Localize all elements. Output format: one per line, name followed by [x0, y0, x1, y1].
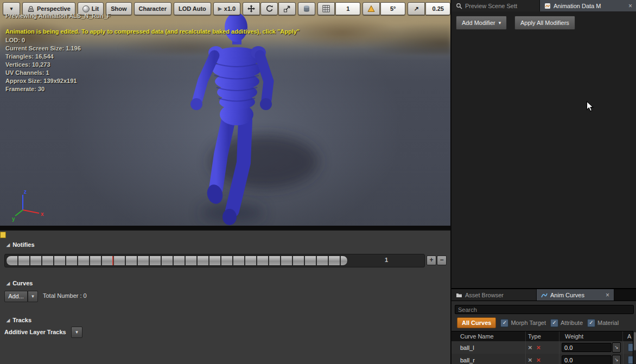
- playhead[interactable]: [112, 256, 113, 265]
- tab-preview-scene-settings[interactable]: Preview Scene Sett: [451, 0, 540, 11]
- scale-snap-icon: ↗: [414, 5, 419, 12]
- header-type: Type: [525, 331, 559, 341]
- viewport-options-button[interactable]: ▾: [3, 2, 20, 15]
- notifies-label: Notifies: [12, 241, 34, 248]
- tracks-section-header[interactable]: ◢ Tracks: [7, 317, 31, 323]
- material-disabled-icon[interactable]: ×: [537, 343, 541, 352]
- curve-filter-row: All Curves ✓ Morph Target ✓ Attribute ✓ …: [457, 317, 633, 328]
- right-top-tabbar: Preview Scene Sett Animation Data M ×: [451, 0, 636, 12]
- grid-snap-value-button[interactable]: 1: [335, 2, 360, 15]
- table-scrollbar[interactable]: [633, 331, 636, 364]
- rotate-icon: [265, 5, 273, 12]
- weight-expand-button[interactable]: ↘: [612, 355, 621, 364]
- morph-target-checkbox[interactable]: ✓: [500, 319, 508, 327]
- close-tab-icon[interactable]: ×: [625, 3, 632, 9]
- plus-icon: +: [429, 256, 433, 264]
- angle-snap-value-button[interactable]: 5°: [380, 2, 405, 15]
- curves-label: Curves: [12, 280, 33, 286]
- notify-track[interactable]: [6, 256, 348, 266]
- weight-spinbox[interactable]: 0.0: [562, 343, 612, 352]
- curve-row-ball-l[interactable]: ball_l × × 0.0 ↘: [451, 341, 636, 354]
- timeline-panel: ◢ Notifies 1 + − ◢ Curves Add... ▾ Total…: [0, 229, 450, 364]
- tab-asset-browser[interactable]: Asset Browser: [451, 289, 537, 301]
- show-menu-button[interactable]: Show: [106, 2, 131, 15]
- lod-label: LOD Auto: [179, 5, 206, 12]
- viewport-letterbox: [0, 226, 450, 229]
- viewport-3d[interactable]: ▾ Perspective Lit Show Character LOD Aut…: [0, 0, 450, 229]
- weight-expand-button[interactable]: ↘: [612, 342, 621, 353]
- tab-anim-curves[interactable]: Anim Curves ×: [537, 289, 614, 301]
- tab-preview-scene-label: Preview Scene Sett: [465, 3, 517, 9]
- playback-speed-button[interactable]: ▶ x1.0: [213, 2, 240, 15]
- character-body: [190, 12, 272, 225]
- material-checkbox[interactable]: ✓: [587, 319, 595, 327]
- angle-snap-icon: [367, 5, 375, 12]
- coordinate-system-button[interactable]: [298, 2, 315, 15]
- character-menu-button[interactable]: Character: [134, 2, 171, 15]
- morph-disabled-icon[interactable]: ×: [528, 356, 532, 364]
- remove-notify-track-button[interactable]: −: [437, 256, 447, 265]
- grid-snap-group: 1: [317, 2, 360, 15]
- tab-anim-curves-label: Anim Curves: [550, 292, 584, 298]
- curve-name: ball_r: [451, 357, 525, 363]
- add-curve-dropdown-button[interactable]: ▾: [28, 291, 38, 302]
- scale-snap-value: 0.25: [432, 5, 443, 12]
- scale-snap-group: ↗ 0.25: [408, 2, 450, 15]
- curves-section-header[interactable]: ◢ Curves: [7, 280, 33, 286]
- morph-target-label: Morph Target: [511, 320, 546, 326]
- weight-spinbox[interactable]: 0.0: [562, 355, 612, 364]
- add-curve-button[interactable]: Add...: [4, 291, 28, 302]
- notifies-section-header[interactable]: ◢ Notifies: [7, 241, 35, 248]
- scale-snap-value-button[interactable]: 0.25: [425, 2, 450, 15]
- axis-z-label: z: [24, 189, 27, 195]
- notifies-expand-icon: ◢: [7, 242, 10, 247]
- additive-layer-tracks-dropdown-button[interactable]: ▾: [71, 327, 82, 338]
- tab-animation-data-modifiers[interactable]: Animation Data M ×: [540, 0, 636, 11]
- attribute-filter[interactable]: ✓ Attribute: [550, 319, 583, 327]
- tracks-label: Tracks: [12, 317, 31, 323]
- perspective-label: Perspective: [37, 5, 71, 12]
- animation-data-modifiers-panel: Add Modifier ▾ Apply All Modifiers: [451, 11, 636, 288]
- angle-snap-value: 5°: [390, 5, 396, 12]
- preview-character-mesh[interactable]: [0, 0, 450, 226]
- viewport-toolbar: ▾ Perspective Lit Show Character LOD Aut…: [3, 2, 447, 15]
- asset-browser-icon: [456, 292, 462, 298]
- scale-tool-button[interactable]: [278, 2, 296, 15]
- curve-weight-cell: 0.0 ↘: [559, 354, 623, 364]
- lit-icon: [82, 5, 90, 12]
- timeline-marker[interactable]: [0, 232, 6, 238]
- add-notify-track-button[interactable]: +: [427, 256, 436, 265]
- search-input[interactable]: [455, 305, 634, 314]
- rotate-tool-button[interactable]: [260, 2, 278, 15]
- angle-snap-group: 5°: [362, 2, 405, 15]
- lod-auto-button[interactable]: LOD Auto: [174, 2, 211, 15]
- grid-snap-toggle-button[interactable]: [317, 2, 335, 15]
- anim-curves-panel: Asset Browser Anim Curves × All Curves ✓…: [451, 289, 636, 364]
- morph-target-filter[interactable]: ✓ Morph Target: [500, 319, 546, 327]
- attribute-checkbox[interactable]: ✓: [550, 319, 558, 327]
- morph-disabled-icon[interactable]: ×: [528, 343, 532, 352]
- all-curves-filter-button[interactable]: All Curves: [457, 317, 496, 328]
- close-tab-icon[interactable]: ×: [602, 292, 609, 298]
- lit-mode-button[interactable]: Lit: [78, 2, 104, 15]
- translate-tool-button[interactable]: [243, 2, 260, 15]
- curve-type-cell: × ×: [525, 354, 559, 364]
- angle-snap-toggle-button[interactable]: [362, 2, 380, 15]
- world-coordinate-cylinder-icon: [303, 5, 310, 12]
- curve-table-header: Curve Name Type Weight A: [451, 331, 636, 342]
- scrollbar-thumb[interactable]: [634, 332, 636, 350]
- lit-label: Lit: [92, 5, 99, 12]
- material-filter[interactable]: ✓ Material: [587, 319, 619, 327]
- curve-row-ball-r[interactable]: ball_r × × 0.0 ↘: [451, 354, 636, 364]
- add-modifier-button[interactable]: Add Modifier ▾: [456, 16, 507, 30]
- scale-snap-toggle-button[interactable]: ↗: [408, 2, 425, 15]
- material-disabled-icon[interactable]: ×: [537, 356, 541, 364]
- tracks-expand-icon: ◢: [7, 318, 10, 323]
- notify-track-row: 1: [4, 254, 425, 267]
- perspective-button[interactable]: Perspective: [22, 2, 75, 15]
- material-label: Material: [597, 320, 619, 326]
- axis-x-label: x: [41, 211, 44, 217]
- curve-name: ball_l: [451, 344, 525, 351]
- apply-all-modifiers-button[interactable]: Apply All Modifiers: [514, 16, 575, 30]
- chevron-down-icon: ▾: [10, 7, 13, 11]
